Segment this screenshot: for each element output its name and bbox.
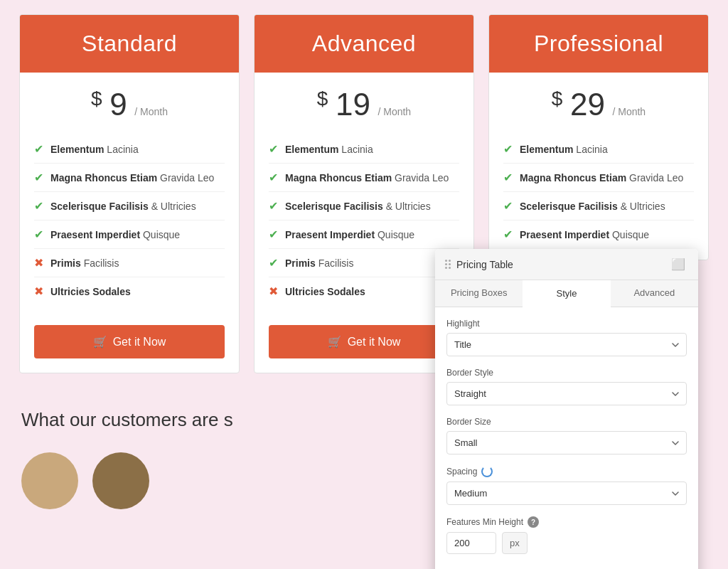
list-item: ✔ Primis Facilisis xyxy=(269,249,459,277)
border-size-select[interactable]: Small Medium Large xyxy=(446,431,687,454)
spacing-field: Spacing Small Medium Large xyxy=(446,466,687,505)
price-amount: 19 xyxy=(336,87,370,122)
currency-symbol: $ xyxy=(317,87,328,110)
spacing-label: Spacing xyxy=(446,466,687,477)
check-icon: ✔ xyxy=(269,142,278,156)
list-item: ✖ Ultricies Sodales xyxy=(269,277,459,305)
list-item: ✔ Elementum Lacinia xyxy=(34,135,225,164)
feature-list-professional: ✔ Elementum Lacinia ✔ Magna Rhoncus Etia… xyxy=(489,129,708,260)
border-size-field: Border Size Small Medium Large xyxy=(446,417,687,454)
card-header-standard: Standard xyxy=(20,15,239,73)
feature-text: Praesent Imperdiet Quisque xyxy=(50,229,180,240)
highlight-label: Highlight xyxy=(446,319,687,329)
tab-style[interactable]: Style xyxy=(523,280,610,307)
highlight-field: Highlight Title None Featured xyxy=(446,319,687,356)
drag-dot xyxy=(449,263,451,265)
border-style-label: Border Style xyxy=(446,368,687,378)
pricing-table-panel: Pricing Table ⬜ Pricing Boxes Style Adva… xyxy=(435,249,698,569)
list-item: ✔ Elementum Lacinia xyxy=(269,135,459,164)
feature-text: Praesent Imperdiet Quisque xyxy=(285,229,414,240)
check-icon: ✔ xyxy=(503,199,513,213)
pricing-card-professional: Professional $ 29 / Month ✔ Elementum La… xyxy=(488,14,709,260)
list-item: ✔ Praesent Imperdiet Quisque xyxy=(34,220,225,249)
border-style-select[interactable]: Straight Rounded None xyxy=(446,382,687,405)
price-amount: 29 xyxy=(570,87,605,122)
list-item: ✔ Scelerisque Facilisis & Ultricies xyxy=(34,192,225,220)
panel-title-text: Pricing Table xyxy=(456,259,513,270)
check-icon: ✔ xyxy=(503,171,513,184)
drag-dot xyxy=(449,267,451,269)
price-amount: 9 xyxy=(109,87,127,122)
check-icon: ✔ xyxy=(34,142,43,156)
list-item: ✔ Elementum Lacinia xyxy=(503,135,694,164)
feature-text: Scelerisque Facilisis & Ultricies xyxy=(285,201,431,212)
drag-handle[interactable] xyxy=(445,260,451,269)
card-price-advanced: $ 19 / Month xyxy=(255,73,473,129)
check-icon: ✔ xyxy=(269,199,278,213)
card-button-wrap: 🛒 Get it Now xyxy=(20,317,239,373)
tab-advanced[interactable]: Advanced xyxy=(611,280,698,307)
feature-text: Ultricies Sodales xyxy=(50,286,131,297)
border-style-field: Border Style Straight Rounded None xyxy=(446,368,687,405)
feature-text: Elementum Lacinia xyxy=(520,144,608,155)
cross-icon: ✖ xyxy=(34,284,43,298)
check-icon: ✔ xyxy=(269,171,278,184)
feature-text: Scelerisque Facilisis & Ultricies xyxy=(520,201,665,212)
panel-tabs: Pricing Boxes Style Advanced xyxy=(435,280,698,307)
list-item: ✔ Scelerisque Facilisis & Ultricies xyxy=(269,192,459,220)
border-size-label: Border Size xyxy=(446,417,687,427)
panel-titlebar: Pricing Table ⬜ xyxy=(435,249,698,280)
help-icon[interactable]: ? xyxy=(528,516,539,528)
features-height-field: Features Min Height ? px xyxy=(446,516,687,554)
price-period: / Month xyxy=(378,106,411,117)
currency-symbol: $ xyxy=(91,87,102,110)
check-icon: ✔ xyxy=(34,199,43,213)
card-header-professional: Professional xyxy=(489,15,708,73)
card-price-standard: $ 9 / Month xyxy=(20,73,239,129)
list-item: ✔ Magna Rhoncus Etiam Gravida Leo xyxy=(503,164,694,192)
get-it-now-button-standard[interactable]: 🛒 Get it Now xyxy=(34,325,225,358)
highlight-select[interactable]: Title None Featured xyxy=(446,333,687,356)
feature-text: Magna Rhoncus Etiam Gravida Leo xyxy=(285,172,449,184)
feature-text: Praesent Imperdiet Quisque xyxy=(520,229,649,240)
features-height-row: px xyxy=(446,532,687,554)
check-icon: ✔ xyxy=(503,228,513,241)
feature-text: Scelerisque Facilisis & Ultricies xyxy=(50,201,196,212)
feature-text: Primis Facilisis xyxy=(285,257,353,269)
feature-list-standard: ✔ Elementum Lacinia ✔ Magna Rhoncus Etia… xyxy=(20,129,239,317)
spacing-select[interactable]: Small Medium Large xyxy=(446,482,687,505)
price-period: / Month xyxy=(134,106,168,117)
cart-icon: 🛒 xyxy=(93,335,107,349)
panel-title-left: Pricing Table xyxy=(445,259,513,270)
features-height-input[interactable] xyxy=(446,532,496,554)
currency-symbol: $ xyxy=(552,87,563,110)
list-item: ✔ Praesent Imperdiet Quisque xyxy=(269,220,459,249)
get-it-now-button-advanced[interactable]: 🛒 Get it Now xyxy=(269,325,459,358)
check-icon: ✔ xyxy=(503,142,513,156)
cross-icon: ✖ xyxy=(269,284,278,298)
list-item: ✔ Magna Rhoncus Etiam Gravida Leo xyxy=(269,164,459,192)
feature-text: Elementum Lacinia xyxy=(50,144,139,155)
check-icon: ✔ xyxy=(34,171,43,184)
check-icon: ✔ xyxy=(269,228,278,241)
list-item: ✔ Magna Rhoncus Etiam Gravida Leo xyxy=(34,164,225,192)
avatar xyxy=(92,452,149,509)
feature-text: Magna Rhoncus Etiam Gravida Leo xyxy=(520,172,683,184)
card-header-advanced: Advanced xyxy=(255,15,473,73)
pricing-card-standard: Standard $ 9 / Month ✔ Elementum Lacinia… xyxy=(19,14,240,373)
px-unit-label: px xyxy=(502,532,528,554)
avatar xyxy=(21,452,78,509)
panel-body: Highlight Title None Featured Border Sty… xyxy=(435,307,698,569)
customers-heading: What our customers are s xyxy=(21,409,233,430)
drag-dot xyxy=(449,260,451,262)
card-price-professional: $ 29 / Month xyxy=(489,73,708,129)
check-icon: ✔ xyxy=(34,228,43,241)
features-height-label: Features Min Height ? xyxy=(446,516,687,528)
panel-close-button[interactable]: ⬜ xyxy=(668,256,688,272)
list-item: ✖ Primis Facilisis xyxy=(34,249,225,277)
tab-pricing-boxes[interactable]: Pricing Boxes xyxy=(435,280,523,307)
drag-dot xyxy=(445,263,447,265)
loading-spinner-icon xyxy=(481,466,493,477)
check-icon: ✔ xyxy=(269,256,278,270)
price-period: / Month xyxy=(612,106,646,117)
